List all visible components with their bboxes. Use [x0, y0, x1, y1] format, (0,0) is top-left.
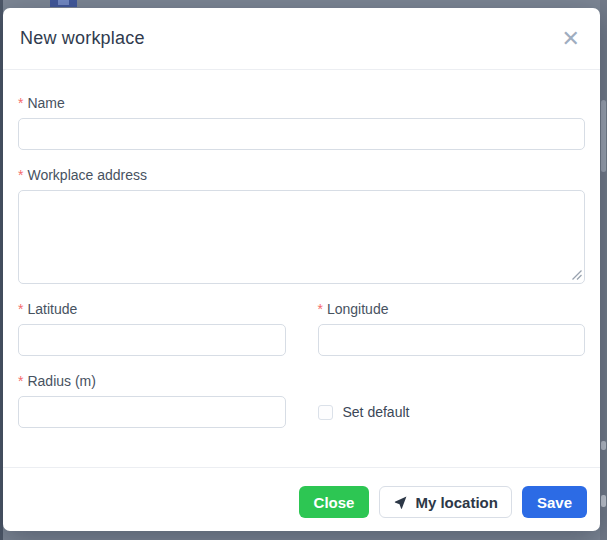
address-textarea-wrap [18, 190, 585, 284]
save-button[interactable]: Save [522, 486, 587, 518]
address-textarea[interactable] [18, 190, 585, 284]
longitude-label: *Longitude [318, 302, 586, 316]
navigation-icon [393, 495, 408, 510]
address-field-group: *Workplace address [18, 168, 585, 284]
longitude-label-text: Longitude [327, 301, 389, 317]
save-button-label: Save [537, 495, 572, 510]
name-input[interactable] [18, 118, 585, 150]
required-asterisk: * [18, 373, 23, 389]
my-location-button[interactable]: My location [379, 486, 512, 518]
new-workplace-dialog: New workplace ✕ *Name *Workplace address [3, 8, 600, 531]
name-field-group: *Name [18, 96, 585, 150]
close-button[interactable]: Close [299, 486, 370, 518]
latitude-field-group: *Latitude [18, 302, 286, 356]
name-label-text: Name [27, 95, 64, 111]
address-label: *Workplace address [18, 168, 585, 182]
background-scrollbar-mark [601, 495, 606, 507]
longitude-field-group: *Longitude [318, 302, 586, 356]
my-location-button-label: My location [415, 495, 498, 510]
radius-field-group: *Radius (m) [18, 374, 286, 428]
required-asterisk: * [318, 301, 323, 317]
lat-long-row: *Latitude *Longitude [18, 302, 585, 356]
required-asterisk: * [18, 167, 23, 183]
close-icon[interactable]: ✕ [562, 28, 580, 50]
background-scrollbar-track [600, 0, 607, 540]
set-default-label[interactable]: Set default [343, 404, 410, 420]
close-button-label: Close [314, 495, 355, 510]
radius-label-text: Radius (m) [27, 373, 95, 389]
set-default-group: Set default [318, 374, 586, 428]
radius-input[interactable] [18, 396, 286, 428]
background-page-fragment [50, 0, 77, 7]
dialog-header: New workplace ✕ [3, 8, 600, 70]
background-scrollbar-thumb [601, 100, 606, 172]
latitude-label-text: Latitude [27, 301, 77, 317]
latitude-label: *Latitude [18, 302, 286, 316]
modal-backdrop: New workplace ✕ *Name *Workplace address [0, 0, 607, 540]
radius-label: *Radius (m) [18, 374, 286, 388]
background-scrollbar-mark [601, 441, 606, 450]
set-default-checkbox[interactable] [318, 405, 333, 420]
address-label-text: Workplace address [27, 167, 147, 183]
required-asterisk: * [18, 301, 23, 317]
dialog-body: *Name *Workplace address *Latitude [3, 70, 600, 467]
longitude-input[interactable] [318, 324, 586, 356]
background-page-fragment-icon [58, 0, 69, 5]
name-label: *Name [18, 96, 585, 110]
dialog-footer: Close My location Save [3, 467, 600, 531]
radius-row: *Radius (m) Set default [18, 374, 585, 428]
required-asterisk: * [18, 95, 23, 111]
latitude-input[interactable] [18, 324, 286, 356]
dialog-title: New workplace [20, 28, 145, 49]
